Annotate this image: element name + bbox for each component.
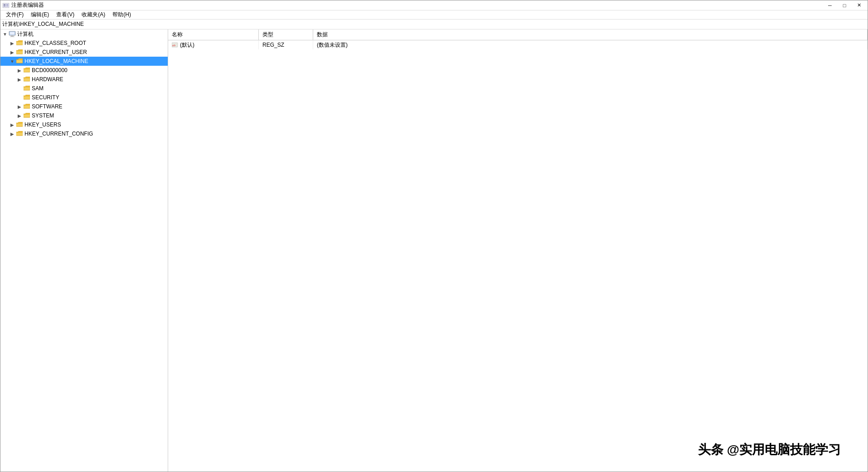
svg-rect-1 bbox=[4, 4, 5, 5]
software-label: SOFTWARE bbox=[32, 103, 63, 110]
menu-item-4[interactable]: 帮助(H) bbox=[109, 10, 135, 19]
local-machine-label: HKEY_LOCAL_MACHINE bbox=[24, 58, 88, 64]
ab-icon: ab bbox=[172, 42, 178, 48]
tree-item-computer[interactable]: ▼ 计算机 bbox=[0, 29, 168, 39]
detail-header: 名称 类型 数据 bbox=[168, 29, 868, 40]
col-header-data: 数据 bbox=[313, 29, 868, 40]
security-label: SECURITY bbox=[32, 94, 59, 101]
col-header-type: 类型 bbox=[259, 29, 313, 40]
detail-cell-name: ab (默认) bbox=[168, 40, 259, 49]
title-bar-buttons: ─ □ ✕ bbox=[823, 1, 866, 10]
tree-item-bcd[interactable]: ▶ BCD00000000 bbox=[0, 66, 168, 75]
default-value-name: (默认) bbox=[180, 41, 194, 49]
svg-rect-2 bbox=[4, 5, 5, 6]
expander-current-user[interactable]: ▶ bbox=[9, 48, 16, 57]
folder-icon-classes-root bbox=[16, 39, 23, 47]
folder-icon-system bbox=[23, 112, 30, 119]
current-user-label: HKEY_CURRENT_USER bbox=[24, 49, 87, 55]
folder-icon-software bbox=[23, 103, 30, 110]
tree-panel[interactable]: ▼ 计算机 ▶ HKEY_CLAS bbox=[0, 29, 168, 472]
svg-rect-6 bbox=[10, 32, 15, 35]
close-button[interactable]: ✕ bbox=[852, 1, 866, 10]
tree-item-local-machine[interactable]: ▼ HKEY_LOCAL_MACHINE bbox=[0, 57, 168, 66]
menu-item-2[interactable]: 查看(V) bbox=[53, 10, 78, 19]
menu-item-3[interactable]: 收藏夹(A) bbox=[78, 10, 109, 19]
svg-rect-19 bbox=[16, 132, 23, 136]
svg-rect-16 bbox=[24, 105, 30, 108]
svg-rect-11 bbox=[16, 60, 23, 63]
tree-item-users[interactable]: ▶ HKEY_USERS bbox=[0, 120, 168, 129]
tree-item-classes-root[interactable]: ▶ HKEY_CLASSES_ROOT bbox=[0, 39, 168, 48]
expander-system[interactable]: ▶ bbox=[16, 111, 23, 120]
svg-rect-8 bbox=[10, 37, 15, 37]
svg-rect-9 bbox=[16, 42, 23, 45]
expander-computer[interactable]: ▼ bbox=[1, 29, 9, 39]
registry-editor-window: 注册表编辑器 ─ □ ✕ 文件(F)编辑(E)查看(V)收藏夹(A)帮助(H) … bbox=[0, 0, 868, 472]
svg-rect-4 bbox=[6, 5, 8, 6]
current-config-label: HKEY_CURRENT_CONFIG bbox=[24, 131, 93, 137]
folder-icon-security bbox=[23, 94, 30, 101]
main-content: ▼ 计算机 ▶ HKEY_CLAS bbox=[0, 29, 868, 472]
col-header-name: 名称 bbox=[168, 29, 259, 40]
folder-icon-local-machine bbox=[16, 58, 23, 65]
users-label: HKEY_USERS bbox=[24, 122, 61, 128]
expander-bcd[interactable]: ▶ bbox=[16, 66, 23, 75]
tree-item-current-config[interactable]: ▶ HKEY_CURRENT_CONFIG bbox=[0, 129, 168, 138]
menu-item-0[interactable]: 文件(F) bbox=[2, 10, 27, 19]
title-bar: 注册表编辑器 ─ □ ✕ bbox=[0, 0, 868, 10]
title-bar-left: 注册表编辑器 bbox=[2, 1, 44, 9]
sam-label: SAM bbox=[32, 85, 44, 92]
svg-rect-13 bbox=[24, 78, 30, 81]
expander-classes-root[interactable]: ▶ bbox=[9, 39, 16, 48]
folder-icon-sam bbox=[23, 85, 30, 92]
folder-icon-bcd bbox=[23, 67, 30, 74]
expander-users[interactable]: ▶ bbox=[9, 120, 16, 129]
maximize-button[interactable]: □ bbox=[838, 1, 851, 10]
svg-rect-14 bbox=[24, 87, 30, 90]
detail-cell-data: (数值未设置) bbox=[313, 40, 868, 49]
detail-cell-type: REG_SZ bbox=[259, 40, 313, 49]
minimize-button[interactable]: ─ bbox=[823, 1, 837, 10]
expander-current-config[interactable]: ▶ bbox=[9, 129, 16, 138]
expander-local-machine[interactable]: ▼ bbox=[9, 57, 16, 66]
svg-rect-18 bbox=[16, 123, 23, 127]
svg-rect-3 bbox=[6, 4, 8, 5]
tree-item-hardware[interactable]: ▶ HARDWARE bbox=[0, 75, 168, 84]
address-bar: 计算机\HKEY_LOCAL_MACHINE bbox=[0, 19, 868, 29]
expander-hardware[interactable]: ▶ bbox=[16, 75, 23, 84]
svg-rect-12 bbox=[24, 69, 30, 72]
hardware-label: HARDWARE bbox=[32, 76, 63, 83]
address-text: 计算机\HKEY_LOCAL_MACHINE bbox=[2, 20, 84, 28]
bcd-label: BCD00000000 bbox=[32, 67, 68, 73]
tree-item-system[interactable]: ▶ SYSTEM bbox=[0, 111, 168, 120]
tree-item-software[interactable]: ▶ SOFTWARE bbox=[0, 102, 168, 111]
folder-icon-hardware bbox=[23, 76, 30, 83]
menu-bar: 文件(F)编辑(E)查看(V)收藏夹(A)帮助(H) bbox=[0, 10, 868, 19]
computer-icon bbox=[9, 30, 16, 38]
svg-rect-10 bbox=[16, 51, 23, 54]
classes-root-label: HKEY_CLASSES_ROOT bbox=[24, 40, 86, 46]
window-icon bbox=[2, 2, 10, 9]
system-label: SYSTEM bbox=[32, 112, 54, 119]
window-title: 注册表编辑器 bbox=[11, 1, 44, 9]
folder-icon-users bbox=[16, 121, 23, 128]
detail-row-default[interactable]: ab (默认) REG_SZ (数值未设置) bbox=[168, 40, 868, 49]
tree-item-security[interactable]: SECURITY bbox=[0, 93, 168, 102]
detail-area: 名称 类型 数据 bbox=[168, 29, 868, 472]
detail-panel: 名称 类型 数据 bbox=[168, 29, 868, 472]
svg-text:ab: ab bbox=[172, 44, 176, 47]
svg-rect-15 bbox=[24, 96, 30, 99]
svg-rect-17 bbox=[24, 114, 30, 117]
tree-item-current-user[interactable]: ▶ HKEY_CURRENT_USER bbox=[0, 48, 168, 57]
computer-label: 计算机 bbox=[17, 30, 34, 38]
expander-software[interactable]: ▶ bbox=[16, 102, 23, 111]
svg-rect-7 bbox=[11, 36, 14, 37]
folder-icon-current-user bbox=[16, 49, 23, 56]
tree-item-sam[interactable]: SAM bbox=[0, 84, 168, 93]
folder-icon-current-config bbox=[16, 130, 23, 137]
menu-item-1[interactable]: 编辑(E) bbox=[27, 10, 53, 19]
